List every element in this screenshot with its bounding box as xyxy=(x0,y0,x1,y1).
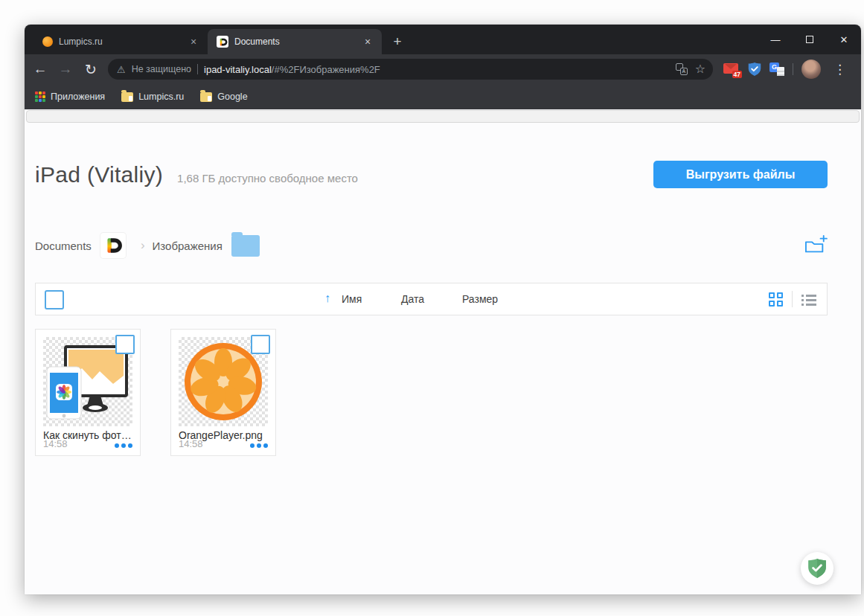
tab-title: Documents xyxy=(234,36,355,47)
maximize-icon xyxy=(806,36,813,43)
select-all-checkbox[interactable] xyxy=(45,290,64,309)
apps-grid-icon xyxy=(35,92,45,102)
lumpics-favicon-icon xyxy=(42,36,53,47)
tab-documents[interactable]: Documents × xyxy=(208,29,382,54)
file-grid: Как скинуть фот… 14:58 xyxy=(35,329,828,456)
chrome-menu-icon[interactable]: ⋮ xyxy=(829,62,851,77)
folder-icon xyxy=(121,92,133,102)
file-checkbox[interactable] xyxy=(115,335,135,354)
titlebar: Lumpics.ru × Documents × + xyxy=(25,25,861,54)
file-menu-icon[interactable] xyxy=(250,443,268,448)
sort-ascending-icon[interactable]: ↑ xyxy=(324,292,330,305)
mail-badge: 47 xyxy=(732,71,742,79)
free-space-label: 1,68 ГБ доступно свободное место xyxy=(177,172,358,185)
window-controls: — ✕ xyxy=(758,25,861,54)
profile-avatar[interactable] xyxy=(801,60,821,79)
not-secure-warning-icon: ⚠ xyxy=(117,65,126,74)
adguard-assistant-button[interactable] xyxy=(801,552,833,585)
file-list-header: ↑ Имя Дата Размер xyxy=(35,283,828,315)
blue-folder-icon xyxy=(231,235,260,257)
address-bar[interactable]: ⚠ Не защищено ipad-vitaliy.local/#%2FИзо… xyxy=(108,59,713,80)
close-button[interactable]: ✕ xyxy=(827,25,861,54)
security-label[interactable]: Не защищено xyxy=(132,64,191,74)
url-text[interactable]: ipad-vitaliy.local/#%2FИзображения%2F xyxy=(204,64,670,75)
new-folder-button[interactable] xyxy=(804,235,828,256)
breadcrumb: Documents › Изображения xyxy=(35,233,828,258)
extensions-area: 47 G ⋮ xyxy=(720,60,854,79)
folder-icon xyxy=(200,92,212,102)
back-button[interactable]: ← xyxy=(29,58,51,80)
column-name[interactable]: Имя xyxy=(342,293,362,305)
column-date[interactable]: Дата xyxy=(401,293,424,305)
documents-app-icon[interactable] xyxy=(100,233,126,258)
shield-extension-icon[interactable] xyxy=(748,62,761,77)
bookmark-star-icon[interactable]: ☆ xyxy=(695,63,705,75)
google-translate-extension-icon[interactable]: G xyxy=(769,62,784,76)
forward-button[interactable]: → xyxy=(54,58,77,80)
tab-lumpics[interactable]: Lumpics.ru × xyxy=(33,29,208,54)
url-path: /#%2FИзображения%2F xyxy=(272,64,380,75)
new-tab-button[interactable]: + xyxy=(388,33,407,50)
bookmark-label: Google xyxy=(217,92,247,102)
browser-toolbar: ← → ↻ ⚠ Не защищено ipad-vitaliy.local/#… xyxy=(25,54,861,84)
mail-extension-icon[interactable]: 47 xyxy=(723,62,740,76)
file-checkbox[interactable] xyxy=(251,335,270,354)
url-host: ipad-vitaliy.local xyxy=(204,64,272,75)
tab-close-icon[interactable]: × xyxy=(187,35,200,48)
green-shield-icon xyxy=(807,558,827,579)
bookmark-folder-google[interactable]: Google xyxy=(200,92,247,102)
file-card[interactable]: OrangePlayer.png 14:58 xyxy=(170,329,276,456)
chevron-right-icon: › xyxy=(141,238,145,253)
file-time: 14:58 xyxy=(179,438,203,449)
upload-files-button[interactable]: Выгрузить файлы xyxy=(653,161,828,188)
breadcrumb-root[interactable]: Documents xyxy=(35,240,92,252)
file-card[interactable]: Как скинуть фот… 14:58 xyxy=(35,329,141,456)
view-toggle-separator xyxy=(792,291,793,307)
tab-strip: Lumpics.ru × Documents × + xyxy=(25,25,407,54)
translate-page-icon[interactable]: A xyxy=(676,63,688,75)
documents-favicon-icon xyxy=(217,36,228,48)
list-view-icon[interactable] xyxy=(801,293,816,306)
tab-title: Lumpics.ru xyxy=(59,36,181,47)
bookmark-label: Lumpics.ru xyxy=(138,92,184,102)
maximize-button[interactable] xyxy=(793,25,827,54)
reload-button[interactable]: ↻ xyxy=(80,58,102,80)
url-separator xyxy=(197,64,198,74)
column-size[interactable]: Размер xyxy=(462,293,498,305)
bookmarks-bar: Приложения Lumpics.ru Google xyxy=(25,84,861,109)
page-top-strip xyxy=(26,110,860,123)
minimize-button[interactable]: — xyxy=(758,25,793,54)
breadcrumb-current[interactable]: Изображения xyxy=(153,240,223,252)
toolbar-separator xyxy=(793,63,793,75)
browser-window: Lumpics.ru × Documents × + xyxy=(25,25,861,594)
grid-view-icon[interactable] xyxy=(769,292,783,307)
file-menu-icon[interactable] xyxy=(115,443,132,448)
file-time: 14:58 xyxy=(43,438,68,449)
page-content: iPad (Vitaliy) 1,68 ГБ доступно свободно… xyxy=(25,109,861,594)
bookmark-label: Приложения xyxy=(51,92,105,102)
bookmark-folder-lumpics[interactable]: Lumpics.ru xyxy=(121,92,184,102)
page-title: iPad (Vitaliy) xyxy=(35,162,163,187)
bookmark-apps[interactable]: Приложения xyxy=(35,92,105,102)
tab-close-icon[interactable]: × xyxy=(361,35,374,48)
